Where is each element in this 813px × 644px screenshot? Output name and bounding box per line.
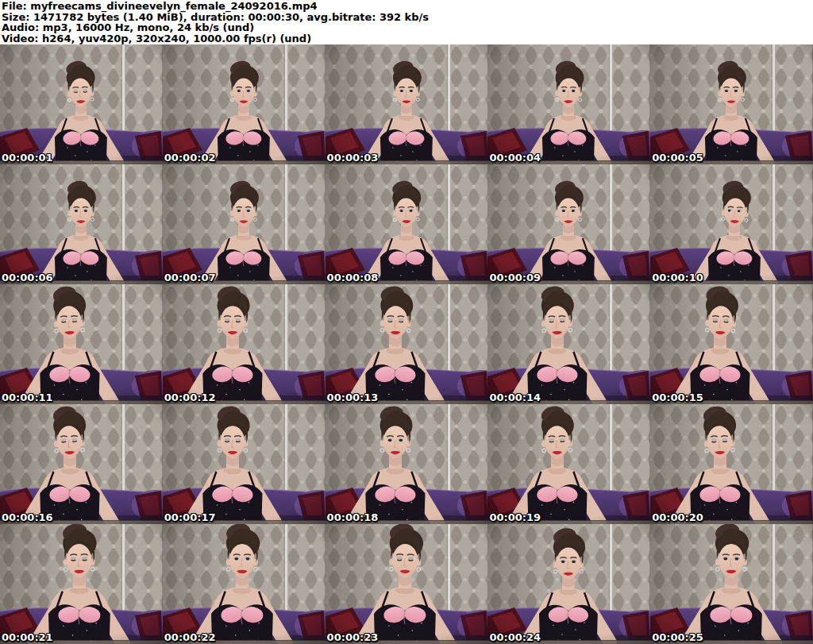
vignette: [163, 284, 326, 404]
video-thumbnail: 00:00:06: [0, 164, 163, 284]
video-thumbnail: 00:00:15: [650, 284, 813, 404]
vignette: [650, 284, 813, 404]
timestamp-label: 00:00:23: [327, 632, 379, 642]
video-thumbnail: 00:00:19: [487, 404, 650, 524]
vignette: [650, 404, 813, 524]
vignette: [0, 284, 163, 404]
metadata-file-line: File: myfreecams_divineevelyn_female_240…: [2, 1, 813, 12]
video-thumbnail: 00:00:08: [326, 164, 488, 284]
webcam-frame-illustration: [650, 404, 813, 524]
webcam-frame-illustration: [487, 524, 650, 644]
vignette: [487, 164, 650, 284]
video-thumbnail: 00:00:23: [326, 524, 488, 644]
vignette: [163, 404, 326, 524]
video-thumbnail: 00:00:05: [650, 44, 813, 164]
timestamp-label: 00:00:15: [652, 392, 703, 403]
timestamp-label: 00:00:06: [2, 272, 53, 283]
webcam-frame-illustration: [0, 284, 163, 404]
metadata-video-line: Video: h264, yuv420p, 320x240, 1000.00 f…: [2, 33, 813, 44]
video-thumbnail: 00:00:25: [650, 524, 813, 644]
vignette: [326, 524, 488, 644]
video-thumbnail: 00:00:10: [650, 164, 813, 284]
video-thumbnail: 00:00:01: [0, 44, 163, 164]
webcam-frame-illustration: [163, 524, 326, 644]
vignette: [487, 404, 650, 524]
timestamp-label: 00:00:10: [652, 272, 703, 283]
vignette: [163, 164, 326, 284]
vignette: [650, 164, 813, 284]
webcam-frame-illustration: [163, 284, 326, 404]
video-thumbnail: 00:00:03: [326, 44, 488, 164]
video-thumbnail: 00:00:18: [326, 404, 488, 524]
timestamp-label: 00:00:22: [164, 632, 216, 642]
webcam-frame-illustration: [487, 164, 650, 284]
webcam-frame-illustration: [163, 44, 326, 164]
metadata-size-line: Size: 1471782 bytes (1.40 MiB), duration…: [2, 12, 813, 23]
video-thumbnail: 00:00:02: [163, 44, 326, 164]
video-thumbnail: 00:00:22: [163, 524, 326, 644]
timestamp-label: 00:00:20: [652, 512, 703, 523]
video-thumbnail: 00:00:13: [326, 284, 488, 404]
timestamp-label: 00:00:12: [164, 392, 216, 403]
webcam-frame-illustration: [650, 164, 813, 284]
timestamp-label: 00:00:08: [327, 272, 379, 283]
webcam-frame-illustration: [326, 164, 488, 284]
webcam-frame-illustration: [326, 524, 488, 644]
webcam-frame-illustration: [487, 404, 650, 524]
vignette: [326, 284, 488, 404]
timestamp-label: 00:00:11: [2, 392, 53, 403]
webcam-frame-illustration: [650, 44, 813, 164]
video-thumbnail: 00:00:11: [0, 284, 163, 404]
video-thumbnail: 00:00:07: [163, 164, 326, 284]
vignette: [326, 404, 488, 524]
vignette: [163, 524, 326, 644]
timestamp-label: 00:00:02: [164, 152, 216, 163]
timestamp-label: 00:00:13: [327, 392, 379, 403]
file-metadata-header: File: myfreecams_divineevelyn_female_240…: [0, 0, 813, 44]
webcam-frame-illustration: [163, 164, 326, 284]
timestamp-label: 00:00:17: [164, 512, 216, 523]
vignette: [487, 524, 650, 644]
vignette: [650, 524, 813, 644]
timestamp-label: 00:00:16: [2, 512, 53, 523]
timestamp-label: 00:00:19: [489, 512, 541, 523]
timestamp-label: 00:00:21: [2, 632, 53, 642]
timestamp-label: 00:00:14: [489, 392, 541, 403]
timestamp-label: 00:00:24: [489, 632, 541, 642]
vignette: [0, 44, 163, 164]
timestamp-label: 00:00:04: [489, 152, 541, 163]
webcam-frame-illustration: [163, 404, 326, 524]
webcam-frame-illustration: [487, 44, 650, 164]
webcam-frame-illustration: [650, 284, 813, 404]
webcam-frame-illustration: [326, 404, 488, 524]
vignette: [0, 164, 163, 284]
timestamp-label: 00:00:01: [2, 152, 53, 163]
video-thumbnail: 00:00:20: [650, 404, 813, 524]
webcam-frame-illustration: [0, 524, 163, 644]
webcam-frame-illustration: [326, 284, 488, 404]
timestamp-label: 00:00:03: [327, 152, 379, 163]
video-thumbnail: 00:00:21: [0, 524, 163, 644]
webcam-frame-illustration: [326, 44, 488, 164]
thumbnail-grid: 00:00:01: [0, 44, 813, 644]
video-thumbnail: 00:00:12: [163, 284, 326, 404]
video-thumbnail: 00:00:16: [0, 404, 163, 524]
timestamp-label: 00:00:18: [327, 512, 379, 523]
webcam-frame-illustration: [0, 164, 163, 284]
video-thumbnail: 00:00:04: [487, 44, 650, 164]
vignette: [326, 44, 488, 164]
video-thumbnail: 00:00:17: [163, 404, 326, 524]
webcam-frame-illustration: [0, 404, 163, 524]
vignette: [650, 44, 813, 164]
vignette: [0, 404, 163, 524]
timestamp-label: 00:00:07: [164, 272, 216, 283]
webcam-frame-illustration: [650, 524, 813, 644]
metadata-audio-line: Audio: mp3, 16000 Hz, mono, 24 kb/s (und…: [2, 22, 813, 33]
vignette: [163, 44, 326, 164]
timestamp-label: 00:00:09: [489, 272, 541, 283]
vignette: [0, 524, 163, 644]
video-thumbnail: 00:00:09: [487, 164, 650, 284]
vignette: [326, 164, 488, 284]
timestamp-label: 00:00:25: [652, 632, 703, 642]
video-thumbnail: 00:00:14: [487, 284, 650, 404]
